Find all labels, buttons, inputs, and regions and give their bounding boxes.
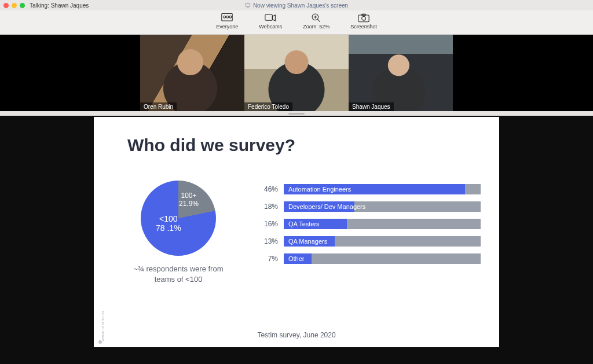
participant-name: Oren Rubin bbox=[140, 102, 177, 111]
svg-point-7 bbox=[362, 17, 366, 21]
slide: Who did we survey? 100+ 21.9% <100 78 .1… bbox=[94, 117, 499, 347]
people-grid-icon bbox=[221, 13, 233, 23]
participant-tile-active[interactable]: Shawn Jaques bbox=[349, 35, 453, 111]
participant-tile[interactable]: Oren Rubin bbox=[140, 35, 244, 111]
bar-value: 16% bbox=[261, 220, 278, 228]
everyone-button[interactable]: Everyone bbox=[216, 12, 238, 30]
drag-handle-icon bbox=[288, 113, 305, 115]
pane-divider[interactable] bbox=[0, 111, 593, 116]
talking-prefix: Talking: bbox=[30, 2, 49, 9]
viewing-text: Now viewing Shawn Jaques's screen bbox=[253, 2, 348, 9]
participant-video bbox=[244, 35, 349, 111]
bar-row: 46% Automation Engineers bbox=[261, 184, 481, 194]
bar-label: Automation Engineers bbox=[288, 184, 351, 194]
bar-value: 46% bbox=[261, 185, 278, 193]
bar-value: 18% bbox=[261, 203, 278, 211]
zoom-button[interactable]: Zoom: 52% bbox=[303, 12, 330, 30]
share-toolbar: Everyone Webcams Zoom: 52% Screenshot bbox=[0, 10, 593, 35]
bar-row: 16% QA Testers bbox=[261, 219, 481, 229]
webcam-icon bbox=[265, 13, 276, 23]
bar-row: 7% Other bbox=[261, 253, 481, 264]
pie-chart-block: 100+ 21.9% <100 78 .1% ~¾ respondents we… bbox=[132, 181, 225, 284]
slide-credit: www.testim.io bbox=[100, 311, 105, 341]
talking-name: Shawn Jaques bbox=[51, 2, 89, 9]
zoom-in-icon bbox=[310, 13, 322, 23]
svg-point-3 bbox=[229, 16, 232, 19]
screenshot-label: Screenshot bbox=[350, 24, 377, 30]
bar-label: Developers/ Dev Managers bbox=[288, 201, 365, 212]
svg-point-1 bbox=[224, 16, 226, 19]
pie-slice-label: <100 78 .1% bbox=[156, 214, 181, 233]
webcams-label: Webcams bbox=[259, 24, 282, 30]
bar-row: 18% Developers/ Dev Managers bbox=[261, 201, 481, 212]
window-titlebar: Talking: Shawn Jaques Now viewing Shawn … bbox=[0, 0, 593, 10]
pie-caption: ~¾ respondents were from teams of <100 bbox=[132, 264, 225, 284]
decorative-dot bbox=[98, 340, 102, 344]
participant-name: Federico Toledo bbox=[244, 102, 292, 111]
everyone-label: Everyone bbox=[216, 24, 238, 30]
webcams-button[interactable]: Webcams bbox=[259, 12, 282, 30]
camera-strip: Oren Rubin Federico Toledo Shawn Jaques bbox=[0, 35, 593, 111]
participant-tile[interactable]: Federico Toledo bbox=[244, 35, 349, 111]
viewing-indicator: Now viewing Shawn Jaques's screen bbox=[245, 2, 348, 9]
participant-video bbox=[349, 35, 453, 111]
screen-share-icon bbox=[245, 2, 251, 8]
talking-indicator: Talking: Shawn Jaques bbox=[30, 2, 89, 9]
svg-rect-4 bbox=[265, 14, 273, 20]
minimize-window-button[interactable] bbox=[12, 3, 17, 8]
slide-footer: Testim survey, June 2020 bbox=[257, 331, 335, 339]
pie-chart: 100+ 21.9% <100 78 .1% bbox=[141, 181, 216, 256]
bar-label: Other bbox=[288, 253, 305, 264]
screenshot-button[interactable]: Screenshot bbox=[350, 12, 377, 30]
zoom-label: Zoom: 52% bbox=[303, 24, 330, 30]
close-window-button[interactable] bbox=[3, 3, 9, 8]
pie-slice-label: 100+ 21.9% bbox=[179, 192, 199, 208]
bar-label: QA Testers bbox=[288, 219, 320, 229]
participant-video bbox=[140, 35, 244, 111]
bar-value: 7% bbox=[261, 255, 278, 263]
svg-point-2 bbox=[226, 16, 229, 19]
camera-icon bbox=[358, 13, 369, 23]
svg-rect-6 bbox=[358, 15, 369, 22]
window-controls bbox=[0, 3, 25, 8]
bar-row: 13% QA Managers bbox=[261, 236, 481, 247]
shared-screen-area: Who did we survey? 100+ 21.9% <100 78 .1… bbox=[0, 116, 593, 364]
participant-name: Shawn Jaques bbox=[349, 102, 394, 111]
maximize-window-button[interactable] bbox=[20, 3, 25, 8]
bar-value: 13% bbox=[261, 237, 278, 245]
bar-chart: 46% Automation Engineers 18% Developers/… bbox=[261, 184, 481, 264]
bar-label: QA Managers bbox=[288, 236, 327, 247]
slide-title: Who did we survey? bbox=[127, 135, 295, 155]
